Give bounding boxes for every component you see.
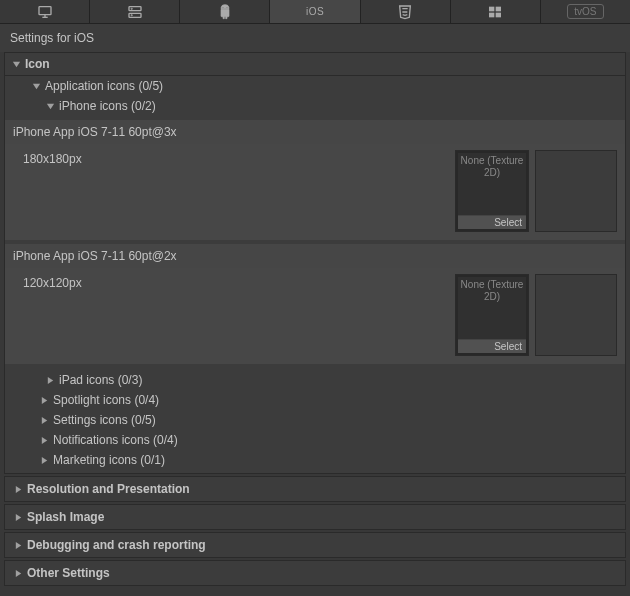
tab-tvos[interactable]: tvOS: [541, 0, 630, 23]
tab-webgl[interactable]: [361, 0, 451, 23]
other-header[interactable]: Other Settings: [5, 561, 625, 585]
svg-point-7: [222, 6, 223, 7]
resolution-header[interactable]: Resolution and Presentation: [5, 477, 625, 501]
windows-icon: [487, 4, 503, 20]
ipad-icons-label: iPad icons (0/3): [59, 373, 142, 387]
texture-placeholder: None (Texture 2D): [458, 153, 526, 179]
tab-uwp[interactable]: [451, 0, 541, 23]
spotlight-icons-label: Spotlight icons (0/4): [53, 393, 159, 407]
marketing-icons-label: Marketing icons (0/1): [53, 453, 165, 467]
tvos-label: tvOS: [567, 4, 603, 19]
foldout-down-icon: [11, 60, 21, 69]
foldout-right-icon: [45, 376, 55, 385]
splash-header[interactable]: Splash Image: [5, 505, 625, 529]
thumb-group: None (Texture 2D) Select: [455, 274, 617, 356]
icon-slot-size: 180x180px: [13, 150, 455, 232]
foldout-right-icon: [13, 541, 23, 550]
svg-rect-0: [39, 6, 51, 14]
icon-header[interactable]: Icon: [5, 53, 625, 76]
foldout-right-icon: [13, 569, 23, 578]
texture-placeholder: None (Texture 2D): [458, 277, 526, 303]
svg-point-5: [131, 8, 132, 9]
debug-section: Debugging and crash reporting: [4, 532, 626, 558]
icon-slot-size: 120x120px: [13, 274, 455, 356]
foldout-right-icon: [13, 513, 23, 522]
page-title: Settings for iOS: [0, 24, 630, 52]
icon-slot-header: iPhone App iOS 7-11 60pt@3x: [5, 120, 625, 144]
resolution-title: Resolution and Presentation: [27, 482, 190, 496]
notifications-icons-row[interactable]: Notifications icons (0/4): [5, 430, 625, 450]
html5-icon: [397, 4, 413, 20]
thumb-inner: [538, 277, 614, 355]
icon-preview: [535, 274, 617, 356]
ios-label: iOS: [306, 6, 324, 17]
icon-preview: [535, 150, 617, 232]
application-icons-row[interactable]: Application icons (0/5): [5, 76, 625, 96]
foldout-right-icon: [39, 436, 49, 445]
svg-point-8: [226, 6, 227, 7]
icon-slot-body: 180x180px None (Texture 2D) Select: [5, 144, 625, 240]
select-button[interactable]: Select: [458, 339, 526, 353]
other-title: Other Settings: [27, 566, 110, 580]
thumb-inner: [538, 153, 614, 231]
foldout-right-icon: [39, 456, 49, 465]
platform-tabs: iOS tvOS: [0, 0, 630, 24]
foldout-down-icon: [31, 82, 41, 91]
icon-panel: Icon Application icons (0/5) iPhone icon…: [4, 52, 626, 474]
texture-picker[interactable]: None (Texture 2D) Select: [455, 274, 529, 356]
iphone-icons-label: iPhone icons (0/2): [59, 99, 156, 113]
splash-title: Splash Image: [27, 510, 104, 524]
settings-icons-label: Settings icons (0/5): [53, 413, 156, 427]
icon-title: Icon: [25, 57, 50, 71]
tab-android[interactable]: [180, 0, 270, 23]
server-icon: [127, 4, 143, 20]
thumb-group: None (Texture 2D) Select: [455, 150, 617, 232]
tab-ios[interactable]: iOS: [270, 0, 360, 23]
foldout-down-icon: [45, 102, 55, 111]
iphone-icons-row[interactable]: iPhone icons (0/2): [5, 96, 625, 116]
svg-rect-12: [496, 12, 501, 17]
resolution-section: Resolution and Presentation: [4, 476, 626, 502]
svg-rect-9: [489, 6, 494, 11]
settings-icons-row[interactable]: Settings icons (0/5): [5, 410, 625, 430]
texture-picker[interactable]: None (Texture 2D) Select: [455, 150, 529, 232]
svg-rect-10: [496, 6, 501, 11]
tab-standalone[interactable]: [0, 0, 90, 23]
marketing-icons-row[interactable]: Marketing icons (0/1): [5, 450, 625, 473]
select-button[interactable]: Select: [458, 215, 526, 229]
foldout-right-icon: [13, 485, 23, 494]
spotlight-icons-row[interactable]: Spotlight icons (0/4): [5, 390, 625, 410]
icon-slot-body: 120x120px None (Texture 2D) Select: [5, 268, 625, 364]
content-area: Icon Application icons (0/5) iPhone icon…: [0, 52, 630, 594]
tab-server[interactable]: [90, 0, 180, 23]
android-icon: [217, 4, 233, 20]
other-section: Other Settings: [4, 560, 626, 586]
debug-header[interactable]: Debugging and crash reporting: [5, 533, 625, 557]
svg-rect-11: [489, 12, 494, 17]
foldout-right-icon: [39, 416, 49, 425]
debug-title: Debugging and crash reporting: [27, 538, 206, 552]
foldout-right-icon: [39, 396, 49, 405]
notifications-icons-label: Notifications icons (0/4): [53, 433, 178, 447]
application-icons-label: Application icons (0/5): [45, 79, 163, 93]
splash-section: Splash Image: [4, 504, 626, 530]
monitor-icon: [37, 4, 53, 20]
ipad-icons-row[interactable]: iPad icons (0/3): [5, 370, 625, 390]
svg-point-6: [131, 15, 132, 16]
icon-slot-header: iPhone App iOS 7-11 60pt@2x: [5, 244, 625, 268]
